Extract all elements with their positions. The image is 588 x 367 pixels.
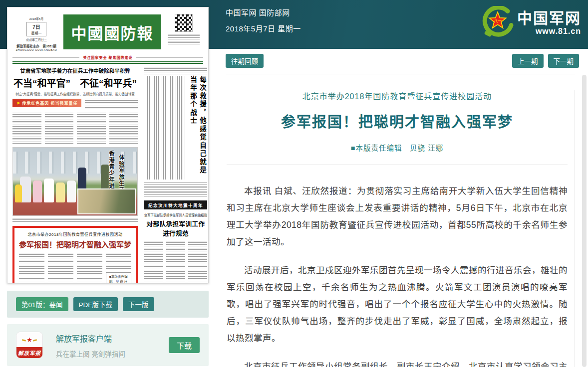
article-panel: 往期回顾 上一期 下一期 北京市举办2018年国防教育暨征兵宣传进校园活动 参军…: [216, 49, 588, 367]
svg-text:八一: 八一: [493, 19, 502, 23]
site-links[interactable]: 中国军网 国防部网: [226, 7, 301, 17]
newspaper-masthead-row: 2018年5月 7日 星期一 戊戌年三月廿二 解放军报社主办 第3651期 ZH…: [12, 11, 203, 53]
np-slogan-text: 关注国家安全 聚焦国防建设: [79, 55, 137, 60]
photo-person: [33, 181, 42, 202]
previous-issue-button[interactable]: 上一期: [512, 54, 544, 68]
np-boxed-kicker: 北京市举办2018年国防教育暨征兵宣传进校园活动: [19, 231, 131, 237]
np-side-vertical-headline: 每次救援，他感觉自己就是当年那个战士: [188, 76, 207, 180]
pdf-download-button[interactable]: PDF版下载: [73, 297, 118, 311]
np-lead-kicker: 甘肃省军地联手着力在征兵工作中破除和平积弊: [12, 67, 138, 74]
article-title: 参军报国！把聪明才智融入强军梦: [227, 110, 568, 131]
next-issue-button[interactable]: 下一期: [548, 54, 580, 68]
app-subtitle: 兵在掌上阅 亮剑弹指间: [56, 349, 125, 359]
np-highlighted-article[interactable]: 北京市举办2018年国防教育暨征兵宣传进校园活动 参军报国！把聪明才智融入强军梦…: [12, 226, 138, 283]
header-date: 2018年5月7日 星期一: [226, 23, 301, 33]
logo-title: 中国军网: [517, 10, 581, 26]
newspaper-title: 中國國防報: [63, 14, 161, 49]
sidebar: 2018年5月 7日 星期一 戊戌年三月廿二 解放军报社主办 第3651期 ZH…: [0, 0, 216, 367]
np-lead-subline: 树立“大征兵”理念，推动征兵工作由组织数量、达标比例向提升质量、能力备战转变: [12, 91, 138, 96]
np-boxed-columns: ■本版责任编辑 贝 骁 汪 娜: [19, 253, 131, 283]
army-star-swoosh-icon: 八一: [480, 6, 515, 41]
newspaper-front-page[interactable]: 2018年5月 7日 星期一 戊戌年三月廿二 解放军报社主办 第3651期 ZH…: [7, 7, 209, 283]
np-red-banner: ⚑传承红色基因 担当强军重任: [12, 99, 81, 107]
app-title[interactable]: 解放军报客户端: [56, 332, 125, 344]
np-pinyin: ZHONGGUO GUOFANGBAO: [12, 48, 60, 51]
qr-code-icon: [175, 14, 192, 31]
star-emblem-icon: [26, 337, 32, 343]
article-kicker: 北京市举办2018年国防教育暨征兵宣传进校园活动: [227, 90, 568, 102]
np-text-columns: [12, 113, 138, 144]
jiefangjun-app-icon[interactable]: 解放军报: [16, 332, 43, 359]
photo-person: [56, 183, 65, 202]
newspaper-date-box: 2018年5月 7日 星期一 戊戌年三月廿二 解放军报社主办 第3651期 ZH…: [12, 11, 60, 51]
np-green-rule: [12, 61, 203, 64]
np-issue-line: 解放军报社主办 第3651期: [12, 43, 60, 48]
vertical-scrollbar[interactable]: [582, 75, 587, 367]
page: 中国军网 国防部网 2018年5月7日 星期一 八一 中国军网 www.81.c…: [0, 0, 588, 367]
newspaper-slogan-row: 关注国家安全 聚焦国防建设: [12, 55, 203, 60]
np-date-day: 7日 星期一: [26, 22, 46, 36]
app-download-button[interactable]: 下载: [169, 337, 200, 353]
back-issues-button[interactable]: 往期回顾: [226, 54, 264, 68]
np-date-lunar: 戊戌年三月廿二: [12, 37, 60, 42]
article-body: 本报讯 白斌、汪欣然报道：为贯彻落实习主席给南开大学新入伍大学生回信精神和习主席…: [227, 165, 568, 367]
photo-person: [67, 181, 76, 202]
next-page-button[interactable]: 下一版: [123, 297, 154, 311]
np-date-month: 2018年5月: [12, 16, 60, 21]
page-navigation-bar: 第01版：要闻 PDF版下载 下一版: [7, 291, 209, 318]
article-paragraph: 本报讯 白斌、汪欣然报道：为贯彻落实习主席给南开大学新入伍大学生回信精神和习主席…: [227, 183, 568, 250]
np-boxed-headline: 参军报国！把聪明才智融入强军梦: [19, 239, 131, 249]
np-memorial-bar: 纪念汶川特大地震十周年: [144, 200, 207, 209]
np-photo: 香港青少年进军营 体验军旅生活: [12, 147, 138, 216]
np-fine-print: [168, 34, 200, 46]
flag-icon: ⚑: [16, 101, 20, 106]
np-right-columns: [144, 241, 207, 283]
article: 北京市举办2018年国防教育暨征兵宣传进校园活动 参军报国！把聪明才智融入强军梦…: [226, 90, 575, 367]
issue-toolbar: 往期回顾 上一期 下一期: [216, 49, 588, 68]
photo-person: [15, 184, 22, 202]
app-icon-label: 解放军报: [16, 347, 42, 358]
np-right-kicker: 空军下发部队承担学生军训人员管理实施细则: [144, 213, 207, 217]
logo-url: www.81.cn: [517, 26, 581, 36]
app-promo: 解放军报 解放军报客户端 兵在掌上阅 亮剑弹指间 下载: [7, 324, 209, 366]
article-paragraph: 北京市征兵工作领导小组常务副组长、副市长王宁介绍，北京市认真学习领会习主席给南开…: [227, 358, 568, 367]
page-label-button[interactable]: 第01版：要闻: [16, 297, 68, 311]
article-paragraph: 活动展开后，北京卫戍区迎外军乐团首先呈现一场令人震撼的行进音乐会，雄壮的军乐回荡…: [227, 262, 568, 347]
article-editor-line: ■本版责任编辑 贝骁 汪娜: [227, 142, 568, 153]
np-inset-photo: [77, 188, 136, 214]
np-boxed-editor: ■本版责任编辑 贝 骁 汪 娜: [106, 272, 131, 283]
np-right-headline: 对部队承担军训工作进行规范: [144, 219, 207, 238]
photo-person: [44, 179, 54, 202]
toolbar-divider: [226, 74, 575, 74]
site-logo[interactable]: 八一 中国军网 www.81.cn: [480, 6, 581, 41]
newspaper-qr-area: [164, 11, 203, 46]
np-lead-headline: 不当“和平官” 不征“和平兵”: [12, 76, 138, 89]
np-photo-vertical-caption-2: 体验军旅生活: [117, 155, 125, 193]
np-photo-caption-lines: [12, 218, 138, 223]
